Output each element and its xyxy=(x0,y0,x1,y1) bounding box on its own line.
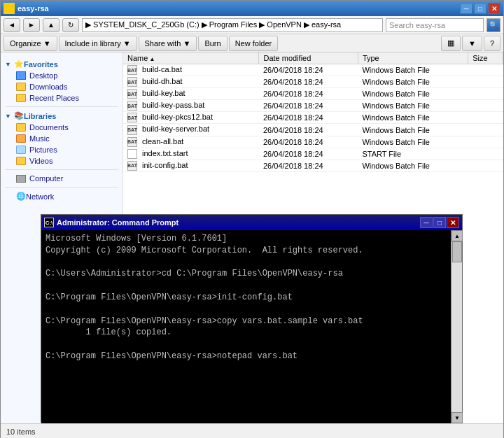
file-type-cell: Windows Batch File xyxy=(358,112,468,124)
scroll-down-button[interactable]: ▼ xyxy=(451,412,463,423)
file-date-cell: 26/04/2018 18:24 xyxy=(259,88,358,100)
computer-icon xyxy=(16,175,26,183)
scroll-track xyxy=(451,241,462,412)
file-date-cell: 26/04/2018 18:24 xyxy=(259,124,358,136)
file-name: build-key-server.bat xyxy=(142,125,209,133)
help-button[interactable]: ? xyxy=(484,36,500,51)
back-button[interactable]: ◄ xyxy=(4,18,20,32)
downloads-folder-icon xyxy=(16,83,26,91)
burn-button[interactable]: Burn xyxy=(198,36,227,51)
address-path[interactable]: ▶ SYSTEM_DISK_C_250Gb (C:) ▶ Program Fil… xyxy=(82,18,383,32)
table-row[interactable]: index.txt.start 26/04/2018 18:24 START F… xyxy=(123,148,503,160)
view-button[interactable]: ▦ xyxy=(441,36,461,51)
desktop-icon xyxy=(16,71,26,80)
search-button[interactable]: 🔍 xyxy=(486,18,500,32)
table-row[interactable]: BAT build-key-pass.bat 26/04/2018 18:24 … xyxy=(123,100,503,112)
computer-label: Computer xyxy=(29,174,63,183)
col-name[interactable]: Name xyxy=(123,52,259,64)
scroll-up-button[interactable]: ▲ xyxy=(451,230,463,241)
cmd-close-button[interactable]: ✕ xyxy=(447,217,459,228)
table-row[interactable]: BAT build-key-pkcs12.bat 26/04/2018 18:2… xyxy=(123,112,503,124)
up-button[interactable]: ▲ xyxy=(43,18,59,32)
share-with-button[interactable]: Share with ▼ xyxy=(139,36,197,51)
favorites-header[interactable]: ▼ ⭐ Favorites xyxy=(1,58,122,70)
table-row[interactable]: BAT build-ca.bat 26/04/2018 18:24 Window… xyxy=(123,64,503,76)
file-size-cell xyxy=(468,88,503,100)
close-button[interactable]: ✕ xyxy=(488,3,500,14)
file-type-cell: Windows Batch File xyxy=(358,124,468,136)
file-name: build-ca.bat xyxy=(142,65,182,73)
table-row[interactable]: BAT build-key.bat 26/04/2018 18:24 Windo… xyxy=(123,88,503,100)
file-type-icon: BAT xyxy=(127,137,137,147)
file-date-cell: 26/04/2018 18:24 xyxy=(259,64,358,76)
table-row[interactable]: BAT init-config.bat 26/04/2018 18:24 Win… xyxy=(123,160,503,171)
network-section: 🌐 Network xyxy=(1,190,122,202)
col-type[interactable]: Type xyxy=(358,52,468,64)
search-box[interactable]: Search easy-rsa xyxy=(386,18,484,32)
file-name: build-key.bat xyxy=(142,89,186,97)
file-name: build-dh.bat xyxy=(142,77,183,85)
sidebar-item-music[interactable]: Music xyxy=(1,133,122,144)
file-size-cell xyxy=(468,160,503,171)
file-type-cell: Windows Batch File xyxy=(358,76,468,88)
libraries-label: Libraries xyxy=(24,112,56,120)
sidebar-item-desktop[interactable]: Desktop xyxy=(1,70,122,81)
table-row[interactable]: BAT build-key-server.bat 26/04/2018 18:2… xyxy=(123,124,503,136)
cmd-output[interactable]: Microsoft Windows [Version 6.1.7601] Cop… xyxy=(41,230,451,423)
maximize-button[interactable]: □ xyxy=(474,3,486,14)
refresh-button[interactable]: ↻ xyxy=(62,18,79,32)
file-date-cell: 26/04/2018 18:24 xyxy=(259,100,358,112)
file-date-cell: 26/04/2018 18:24 xyxy=(259,148,358,160)
scroll-thumb[interactable] xyxy=(452,241,462,262)
file-type-icon: BAT xyxy=(127,65,137,75)
recent-label: Recent Places xyxy=(29,94,79,102)
sidebar-item-documents[interactable]: Documents xyxy=(1,122,122,133)
favorites-label: Favorites xyxy=(24,60,58,69)
sidebar-item-network[interactable]: 🌐 Network xyxy=(1,190,122,202)
pictures-icon xyxy=(16,146,26,154)
file-date-cell: 26/04/2018 18:24 xyxy=(259,160,358,171)
cmd-minimize-button[interactable]: ─ xyxy=(420,217,433,228)
sidebar-divider-3 xyxy=(5,187,118,188)
cmd-title: Administrator: Command Prompt xyxy=(57,218,420,227)
organize-label: Organize xyxy=(10,39,41,48)
include-library-label: Include in library xyxy=(65,39,121,48)
table-row[interactable]: BAT clean-all.bat 26/04/2018 18:24 Windo… xyxy=(123,136,503,148)
file-name: build-key-pkcs12.bat xyxy=(142,113,213,121)
file-size-cell xyxy=(468,64,503,76)
file-size-cell xyxy=(468,112,503,124)
organize-button[interactable]: Organize ▼ xyxy=(4,36,57,51)
file-size-cell xyxy=(468,100,503,112)
minimize-button[interactable]: ─ xyxy=(460,3,472,14)
include-library-button[interactable]: Include in library ▼ xyxy=(59,36,137,51)
sidebar-item-downloads[interactable]: Downloads xyxy=(1,81,122,92)
new-folder-label: New folder xyxy=(235,39,272,48)
explorer-window-icon xyxy=(4,3,15,14)
file-date-cell: 26/04/2018 18:24 xyxy=(259,76,358,88)
forward-button[interactable]: ► xyxy=(23,18,40,32)
file-name-cell: BAT build-ca.bat xyxy=(123,64,259,76)
sidebar-item-videos[interactable]: Videos xyxy=(1,155,122,167)
include-library-dropdown-icon: ▼ xyxy=(123,39,131,48)
col-date[interactable]: Date modified xyxy=(259,52,358,64)
new-folder-button[interactable]: New folder xyxy=(229,36,279,51)
favorites-section: ▼ ⭐ Favorites Desktop Downloads Recent P… xyxy=(1,58,122,104)
table-row[interactable]: BAT build-dh.bat 26/04/2018 18:24 Window… xyxy=(123,76,503,88)
sidebar-item-pictures[interactable]: Pictures xyxy=(1,144,122,155)
sidebar-item-computer[interactable]: Computer xyxy=(1,173,122,184)
file-type-cell: Windows Batch File xyxy=(358,136,468,148)
videos-label: Videos xyxy=(29,157,52,165)
sidebar-item-recent[interactable]: Recent Places xyxy=(1,92,122,104)
sidebar-divider-1 xyxy=(5,106,118,107)
documents-icon xyxy=(16,123,26,132)
file-name-cell: BAT build-key-server.bat xyxy=(123,124,259,136)
file-type-cell: Windows Batch File xyxy=(358,88,468,100)
libraries-header[interactable]: ▼ 📚 Libraries xyxy=(1,110,122,122)
col-size[interactable]: Size xyxy=(468,52,503,64)
cmd-maximize-button[interactable]: □ xyxy=(433,217,446,228)
downloads-label: Downloads xyxy=(29,83,67,91)
burn-label: Burn xyxy=(204,39,220,48)
view-dropdown[interactable]: ▼ xyxy=(462,36,482,51)
file-name-cell: BAT build-key-pass.bat xyxy=(123,100,259,112)
documents-label: Documents xyxy=(29,123,69,132)
